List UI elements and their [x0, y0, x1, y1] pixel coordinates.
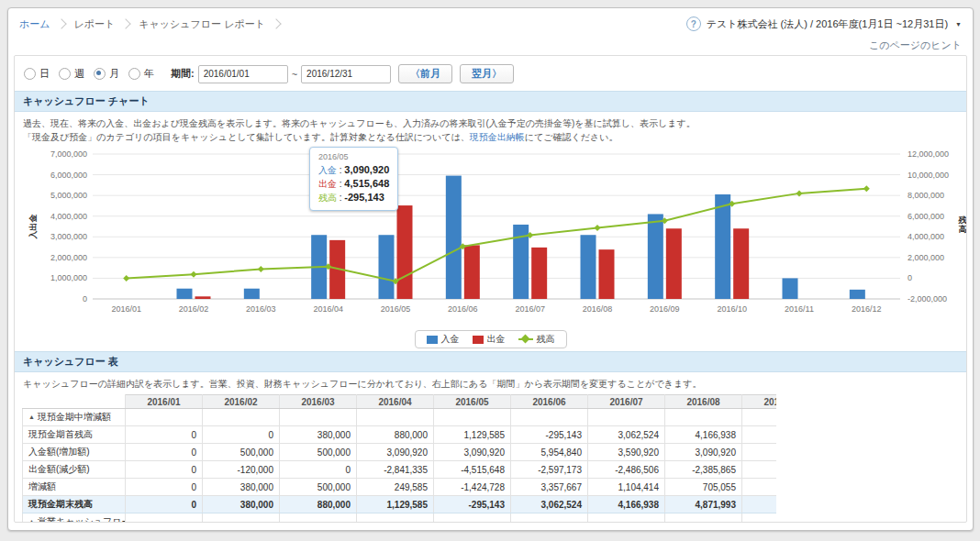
bar-out[interactable] [195, 296, 211, 299]
bar-out[interactable] [666, 228, 682, 299]
bar-out[interactable] [464, 245, 480, 299]
balance-point[interactable] [191, 271, 197, 278]
cell: 1,129,585 [434, 426, 511, 444]
legend-item-bar[interactable]: 入金 [427, 333, 460, 346]
row-label: 現預金期末残高 [23, 496, 126, 513]
cell: 5,954,840 [511, 444, 588, 461]
balance-line [127, 189, 867, 282]
bar-out[interactable] [599, 249, 615, 299]
cell: 380,000 [203, 479, 280, 496]
radio-week[interactable]: 週 [59, 67, 84, 81]
bar-in[interactable] [850, 290, 865, 299]
bar-in[interactable] [715, 194, 730, 299]
bar-in[interactable] [783, 278, 798, 299]
radio-week-dot[interactable] [59, 68, 71, 80]
bar-in[interactable] [446, 176, 462, 299]
prev-month-button[interactable]: 〈前月 [398, 64, 452, 83]
cashflow-table: 2016/012016/022016/032016/042016/052016/… [22, 394, 776, 523]
cell: 3,090,920 [665, 444, 742, 461]
cell: 0 [126, 444, 203, 461]
cell: -295,143 [434, 496, 511, 513]
tooltip-label-out: 出金 [318, 179, 337, 189]
radio-year-dot[interactable] [128, 68, 140, 80]
date-to-input[interactable] [301, 65, 391, 83]
cell: 880,000 [357, 426, 434, 444]
column-header: 2016/02 [203, 395, 280, 409]
chart-description-line2-pre: 「現金及び預金」のカテゴリの項目をキャッシュとして集計しています。計算対象となる… [23, 132, 470, 142]
legend-item-line[interactable]: 残高 [518, 333, 555, 346]
bar-in[interactable] [379, 235, 395, 299]
left-axis-tick-label: 5,000,000 [50, 191, 87, 200]
legend-item-bar[interactable]: 出金 [473, 333, 506, 346]
cell [280, 513, 357, 524]
cell [665, 513, 742, 524]
chart-tooltip: 2016/05 入金 : 3,090,920 出金 : 4,515,648 残高… [309, 147, 398, 211]
balance-point[interactable] [123, 275, 129, 282]
column-header: 2016/03 [280, 395, 357, 409]
cell: -2,385,865 [665, 461, 742, 479]
cell: 500,000 [280, 479, 357, 496]
right-axis-tick-label: 0 [908, 273, 912, 282]
radio-day-dot[interactable] [24, 68, 36, 80]
x-axis-label: 2016/03 [246, 304, 276, 314]
breadcrumb-cashflow-report: キャッシュフロー レポート [139, 17, 265, 31]
breadcrumb-home[interactable]: ホーム [19, 17, 50, 31]
cell: 3,090,920 [434, 444, 511, 461]
cell: -2,597,173 [511, 461, 588, 479]
cell [742, 444, 777, 461]
cell: 0 [126, 496, 203, 513]
row-label: 入金額(増加額) [23, 444, 126, 461]
right-axis-tick-label: 10,000,000 [908, 171, 949, 180]
balance-point[interactable] [595, 225, 601, 231]
cell [742, 409, 777, 426]
cell: 249,585 [357, 479, 434, 496]
radio-day-label: 日 [39, 67, 50, 81]
cell: 705,055 [665, 479, 742, 496]
cell [742, 426, 777, 444]
cell: 3,590,920 [588, 444, 665, 461]
page-hint-link[interactable]: このページのヒント [869, 39, 962, 50]
cell [588, 409, 665, 426]
chevron-down-icon: ▼ [955, 21, 962, 28]
table-description: キャッシュフローの詳細内訳を表示します。営業、投資、財務キャッシュフローに分かれ… [23, 377, 958, 391]
table-total-row: 現預金期末残高0380,000880,0001,129,585-295,1433… [23, 496, 777, 513]
collapse-triangle-icon: ▲ [28, 414, 35, 420]
bar-out[interactable] [733, 228, 749, 299]
breadcrumb-reports[interactable]: レポート [74, 17, 116, 31]
row-label[interactable]: ▲営業キャッシュフロー [23, 513, 126, 524]
legend-swatch [427, 336, 438, 344]
bar-out[interactable] [531, 248, 547, 299]
legend-label: 出金 [487, 333, 506, 346]
bar-in[interactable] [581, 235, 596, 299]
x-axis-label: 2016/10 [717, 304, 747, 314]
date-from-input[interactable] [198, 65, 288, 83]
cashflow-table-clip: 2016/012016/022016/032016/042016/052016/… [22, 394, 776, 523]
bar-in[interactable] [177, 289, 193, 299]
radio-month-dot[interactable] [94, 68, 106, 80]
radio-year[interactable]: 年 [128, 67, 154, 81]
row-label[interactable]: ▲現預金期中増減額 [23, 409, 126, 426]
bar-out[interactable] [397, 205, 413, 299]
balance-point[interactable] [863, 185, 870, 192]
bar-in[interactable] [244, 289, 260, 299]
card-header: ホーム レポート キャッシュフロー レポート ? テスト株式会社 (法人) / … [8, 8, 973, 51]
help-icon[interactable]: ? [686, 17, 701, 31]
radio-week-label: 週 [74, 67, 84, 81]
cell [126, 513, 203, 524]
x-axis-label: 2016/09 [650, 304, 680, 314]
chart-description-line2-post: にてご確認ください。 [525, 132, 618, 142]
cashflow-chart: 01,000,0002,000,0003,000,0004,000,0005,0… [23, 145, 967, 325]
tooltip-row-balance: 残高 : -295,143 [318, 191, 389, 204]
radio-month[interactable]: 月 [94, 67, 119, 81]
balance-point[interactable] [258, 266, 264, 272]
bar-in[interactable] [648, 214, 663, 299]
x-axis-label: 2016/07 [515, 304, 545, 314]
left-axis-tick-label: 6,000,000 [50, 171, 87, 180]
next-month-button[interactable]: 翌月〉 [460, 64, 514, 83]
tooltip-date: 2016/05 [318, 151, 389, 163]
radio-day[interactable]: 日 [24, 67, 50, 81]
legend-label: 入金 [441, 333, 460, 346]
company-selector[interactable]: ? テスト株式会社 (法人) / 2016年度(1月1日 ~12月31日) ▼ [686, 17, 962, 31]
cashbook-link[interactable]: 現預金出納帳 [470, 132, 525, 142]
column-header: 2016/06 [511, 395, 588, 409]
